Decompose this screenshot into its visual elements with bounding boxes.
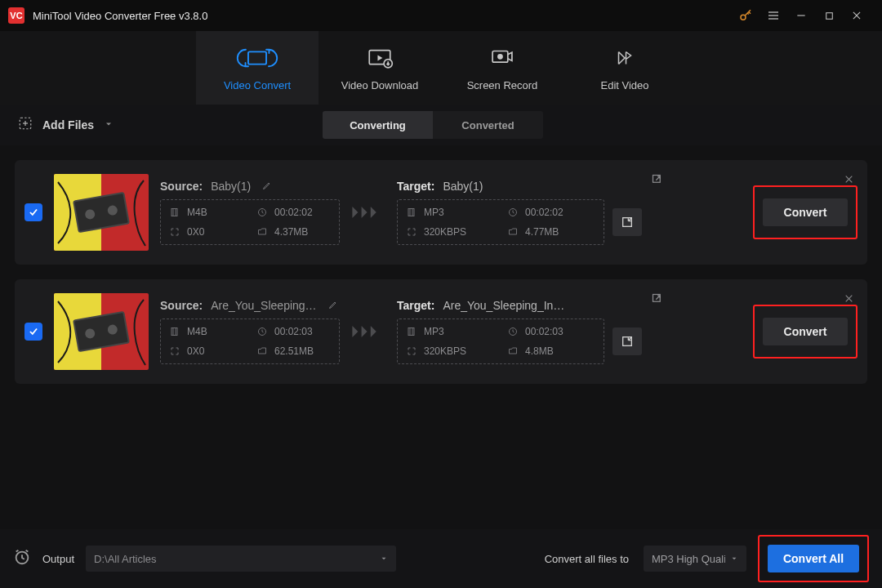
file-card: Source: Are_You_Sleeping_In… M4B 00:02:0… [15,279,867,384]
tab-label: Video Download [341,79,418,91]
close-button[interactable] [843,0,871,31]
convert-all-button[interactable]: Convert All [768,545,859,572]
menu-icon[interactable] [760,0,787,31]
tab-video-convert[interactable]: Video Convert [196,31,318,105]
source-duration: 00:02:03 [274,326,313,337]
thumbnail [54,293,149,370]
bitrate-icon [406,345,417,357]
source-info: Source: Baby(1) M4B 00:02:02 0X0 4.37MB [160,180,340,245]
tab-label: Video Convert [224,79,291,91]
add-files-button[interactable]: Add Files [10,111,122,139]
checkbox[interactable] [24,203,42,221]
arrow-icon [351,203,385,221]
output-path-select[interactable]: D:\All Articles [86,546,396,572]
minimize-button[interactable] [787,0,815,31]
bitrate-icon [406,226,417,238]
app-title: MiniTool Video Converter Free v3.8.0 [33,10,207,22]
target-label: Target: [397,180,434,193]
output-path: D:\All Articles [94,553,157,565]
source-size: 62.51MB [274,345,314,357]
file-card: Source: Baby(1) M4B 00:02:02 0X0 4.37MB [15,160,867,265]
format-icon [406,207,417,218]
key-icon[interactable] [732,0,760,31]
target-duration: 00:02:02 [525,207,564,218]
tab-converting[interactable]: Converting [323,111,433,139]
convert-all-highlight: Convert All [758,535,869,582]
source-name: Are_You_Sleeping_In… [211,299,317,312]
main-tabs: Video Convert Video Download Screen Reco… [0,31,882,105]
tab-label: Edit Video [600,79,648,91]
target-duration: 00:02:03 [525,326,564,337]
resolution-icon [169,345,180,357]
target-format: MP3 [424,326,444,337]
svg-rect-8 [248,51,266,64]
checkbox[interactable] [24,323,42,341]
source-label: Source: [160,299,203,312]
target-name: Are_You_Sleeping_In… [443,299,564,312]
download-icon [366,45,394,71]
output-format-select[interactable]: MP3 High Quality [644,546,746,572]
app-logo-icon: VC [8,7,24,24]
tab-converted[interactable]: Converted [433,111,543,139]
toolbar: Add Files Converting Converted [0,105,882,145]
title-bar: VC MiniTool Video Converter Free v3.8.0 [0,0,882,31]
size-icon [256,226,268,238]
output-format: MP3 High Quality [652,553,725,565]
pencil-icon[interactable] [262,180,272,193]
source-dim: 0X0 [187,345,204,357]
target-format: MP3 [424,207,444,218]
size-icon [256,345,268,357]
pencil-icon[interactable] [328,299,338,312]
record-icon [488,45,516,71]
convert-highlight: Convert [753,305,858,359]
tab-edit-video[interactable]: Edit Video [564,31,686,105]
tab-screen-record[interactable]: Screen Record [441,31,564,105]
target-info: Target: Are_You_Sleeping_In… MP3 00:02:0… [397,299,642,364]
source-duration: 00:02:02 [274,207,313,218]
maximize-button[interactable] [815,0,843,31]
format-icon [406,326,417,337]
source-format: M4B [187,207,207,218]
target-settings-button[interactable] [612,327,642,355]
convert-highlight: Convert [753,185,858,239]
clock-icon[interactable] [13,548,31,569]
target-name: Baby(1) [443,180,483,193]
svg-rect-18 [408,209,414,216]
svg-rect-16 [172,209,177,216]
source-name: Baby(1) [211,180,251,193]
target-label: Target: [397,299,434,312]
edit-icon [612,45,637,71]
app-window: VC MiniTool Video Converter Free v3.8.0 [0,0,882,588]
target-settings-button[interactable] [612,208,642,236]
add-files-label: Add Files [42,118,94,131]
bottom-bar: Output D:\All Articles Convert all files… [0,529,882,588]
tab-video-download[interactable]: Video Download [318,31,441,105]
target-info: Target: Baby(1) MP3 00:02:02 320KBPS 4.7… [397,180,642,245]
plus-icon [18,116,33,134]
svg-point-12 [498,54,502,58]
clock-icon [256,207,268,218]
target-size: 4.8MB [525,345,554,357]
status-tabs: Converting Converted [323,111,543,139]
target-size: 4.77MB [525,226,559,238]
source-size: 4.37MB [274,226,308,238]
convert-button[interactable]: Convert [763,198,848,226]
convert-button[interactable]: Convert [763,318,848,345]
clock-icon [256,326,268,337]
format-icon [169,207,180,218]
open-folder-icon[interactable] [651,173,663,189]
svg-rect-5 [826,12,832,19]
clock-icon [507,207,519,218]
file-list: Source: Baby(1) M4B 00:02:02 0X0 4.37MB [0,145,882,529]
target-dim: 320KBPS [424,345,466,357]
tab-label: Screen Record [467,79,538,91]
source-dim: 0X0 [187,226,204,238]
open-folder-icon[interactable] [651,292,663,308]
clock-icon [507,326,519,337]
svg-point-0 [741,15,746,20]
chevron-down-icon[interactable] [104,118,114,132]
svg-rect-26 [408,328,414,336]
target-dim: 320KBPS [424,226,466,238]
thumbnail [54,174,149,251]
arrow-icon [351,323,385,341]
